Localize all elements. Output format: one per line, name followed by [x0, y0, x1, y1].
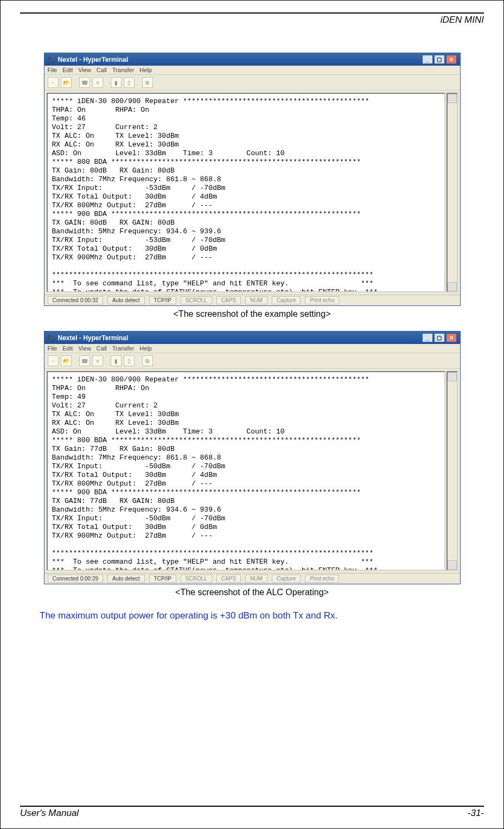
scroll-down-icon[interactable] — [448, 282, 457, 291]
disconnect-icon[interactable]: ⤫ — [92, 355, 103, 366]
menu-transfer[interactable]: Transfer — [112, 345, 135, 352]
maximize-button[interactable]: ▢ — [434, 55, 445, 64]
footer-left: User's Manual — [20, 808, 79, 819]
body: 📞 Nextel - HyperTerminal _ ▢ ✕ File Edit… — [1, 25, 503, 806]
terminal-output[interactable]: ***** iDEN-30 800/900 Repeater *********… — [47, 93, 445, 292]
status-bar: Connected 0:00:29 Auto detect TCP/IP SCR… — [44, 573, 460, 584]
status-conn-time: Connected 0:00:32 — [48, 296, 104, 304]
title-bar[interactable]: 📞 Nextel - HyperTerminal _ ▢ ✕ — [44, 53, 460, 66]
menu-transfer[interactable]: Transfer — [112, 67, 135, 73]
menu-help[interactable]: Help — [139, 67, 152, 73]
minimize-button[interactable]: _ — [422, 55, 433, 64]
menu-edit[interactable]: Edit — [62, 345, 73, 352]
receive-icon[interactable]: ▯ — [124, 355, 135, 366]
tool-bar: ▫ 📂 ☎ ⤫ ▮ ▯ ⚙ — [44, 74, 460, 91]
send-icon[interactable]: ▮ — [111, 355, 122, 366]
scroll-up-icon[interactable] — [448, 372, 457, 381]
status-conn-time: Connected 0:00:29 — [48, 575, 104, 583]
send-icon[interactable]: ▮ — [111, 77, 122, 88]
open-icon[interactable]: 📂 — [61, 355, 72, 366]
status-autodetect: Auto detect — [107, 575, 145, 583]
status-num: NUM — [245, 296, 267, 304]
title-bar[interactable]: 📞 Nextel - HyperTerminal _ ▢ ✕ — [44, 331, 460, 344]
menu-view[interactable]: View — [78, 345, 91, 352]
connect-icon[interactable]: ☎ — [79, 355, 90, 366]
menu-bar: File Edit View Call Transfer Help — [44, 344, 460, 353]
window-title: Nextel - HyperTerminal — [58, 56, 129, 63]
footer-block: User's Manual -31- — [1, 806, 503, 828]
menu-file[interactable]: File — [48, 345, 58, 352]
status-caps: CAPS — [216, 575, 241, 583]
new-icon[interactable]: ▫ — [48, 355, 59, 366]
scroll-track[interactable] — [448, 103, 457, 282]
footer: User's Manual -31- — [1, 807, 503, 828]
vertical-scrollbar[interactable] — [446, 371, 458, 571]
status-capture: Capture — [272, 575, 301, 583]
window-buttons: _ ▢ ✕ — [422, 333, 457, 342]
menu-call[interactable]: Call — [97, 67, 107, 73]
terminal-wrap: ***** iDEN-30 800/900 Repeater *********… — [44, 91, 460, 295]
maximize-button[interactable]: ▢ — [434, 333, 445, 342]
minimize-button[interactable]: _ — [422, 333, 433, 342]
disconnect-icon[interactable]: ⤫ — [92, 77, 103, 88]
receive-icon[interactable]: ▯ — [124, 77, 135, 88]
properties-icon[interactable]: ⚙ — [142, 355, 153, 366]
status-protocol: TCP/IP — [149, 575, 176, 583]
scroll-up-icon[interactable] — [448, 94, 457, 103]
header-model: iDEN MINI — [1, 15, 484, 25]
status-caps: CAPS — [216, 296, 241, 304]
status-capture: Capture — [272, 296, 301, 304]
caption-2: <The screenshot of the ALC Operating> — [36, 588, 468, 597]
status-bar: Connected 0:00:32 Auto detect TCP/IP SCR… — [44, 295, 460, 305]
close-button[interactable]: ✕ — [446, 55, 457, 64]
header-rule — [20, 12, 484, 14]
properties-icon[interactable]: ⚙ — [142, 77, 153, 88]
status-protocol: TCP/IP — [149, 296, 176, 304]
screenshot-1: 📞 Nextel - HyperTerminal _ ▢ ✕ File Edit… — [36, 53, 468, 319]
menu-call[interactable]: Call — [97, 345, 107, 352]
menu-edit[interactable]: Edit — [62, 67, 73, 73]
menu-view[interactable]: View — [78, 67, 91, 73]
screenshot-2: 📞 Nextel - HyperTerminal _ ▢ ✕ File Edit… — [36, 331, 468, 597]
open-icon[interactable]: 📂 — [61, 77, 72, 88]
terminal-wrap: ***** iDEN-30 800/900 Repeater *********… — [44, 369, 460, 573]
app-icon: 📞 — [48, 56, 56, 63]
menu-bar: File Edit View Call Transfer Help — [44, 66, 460, 74]
window-buttons: _ ▢ ✕ — [422, 55, 457, 64]
hyperterminal-window: 📞 Nextel - HyperTerminal _ ▢ ✕ File Edit… — [44, 331, 461, 584]
scroll-track[interactable] — [448, 381, 457, 560]
tool-bar: ▫ 📂 ☎ ⤫ ▮ ▯ ⚙ — [44, 353, 460, 369]
power-note: The maximum output power for operating i… — [40, 610, 464, 621]
menu-file[interactable]: File — [48, 67, 58, 73]
status-printecho: Print echo — [305, 575, 339, 583]
status-autodetect: Auto detect — [107, 296, 145, 304]
status-scroll: SCROLL — [181, 296, 212, 304]
window-title: Nextel - HyperTerminal — [58, 334, 129, 342]
menu-help[interactable]: Help — [139, 345, 152, 352]
status-scroll: SCROLL — [181, 575, 212, 583]
hyperterminal-window: 📞 Nextel - HyperTerminal _ ▢ ✕ File Edit… — [44, 53, 461, 306]
caption-1: <The screenshot of the example setting> — [36, 309, 468, 319]
new-icon[interactable]: ▫ — [48, 77, 59, 88]
status-num: NUM — [245, 575, 267, 583]
page: iDEN MINI 📞 Nextel - HyperTerminal _ ▢ ✕… — [0, 0, 504, 829]
status-printecho: Print echo — [305, 296, 339, 304]
footer-right: -31- — [468, 808, 484, 819]
vertical-scrollbar[interactable] — [446, 93, 458, 292]
connect-icon[interactable]: ☎ — [79, 77, 90, 88]
scroll-down-icon[interactable] — [448, 560, 457, 570]
terminal-output[interactable]: ***** iDEN-30 800/900 Repeater *********… — [47, 371, 445, 571]
close-button[interactable]: ✕ — [446, 333, 457, 342]
app-icon: 📞 — [48, 334, 56, 342]
